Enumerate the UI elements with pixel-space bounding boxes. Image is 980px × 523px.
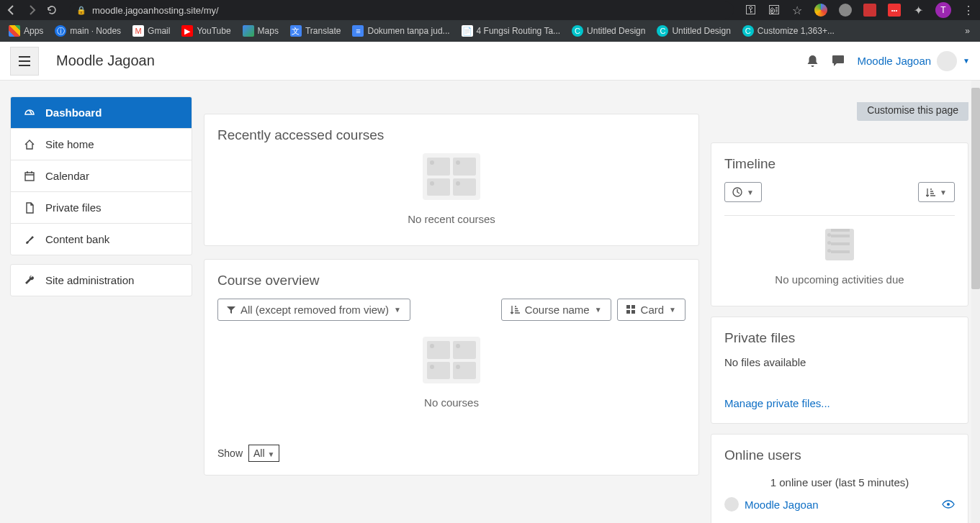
extension-icon-1[interactable] [814,4,827,17]
sort-icon [926,188,935,197]
user-avatar-icon [724,497,739,511]
app-header: Moodle Jagoan Moodle Jagoan ▼ [0,42,980,81]
view-button[interactable]: Card ▼ [617,299,685,321]
right-sidebar: Customise this page Timeline ▼ ▼ No upco… [711,102,970,523]
svg-rect-1 [626,305,630,309]
bookmark-item[interactable]: CUntitled Design [652,23,734,39]
extension-icon-2[interactable] [839,4,852,17]
user-menu[interactable]: Moodle Jagoan ▼ [858,51,970,71]
bookmark-item[interactable]: MGmail [128,23,174,39]
canva-icon: C [742,25,754,37]
caret-down-icon: ▼ [267,450,274,458]
caret-down-icon: ▼ [595,306,602,314]
empty-message: No recent courses [217,207,685,232]
bookmark-item[interactable]: ▶YouTube [177,23,235,39]
sidebar-item-home[interactable]: Site home [11,129,192,160]
bookmark-item[interactable]: 文Translate [286,23,346,39]
bookmark-label: Untitled Design [672,26,730,36]
wrench-icon [24,275,35,286]
bookmark-item[interactable]: 📄4 Fungsi Routing Ta... [457,23,565,39]
site-title: Moodle Jagoan [56,53,155,69]
bookmark-label: Untitled Design [587,26,645,36]
bookmark-item[interactable]: ≡Dokumen tanpa jud... [348,23,454,39]
scrollbar-thumb[interactable] [971,88,980,289]
online-user-link[interactable]: Moodle Jagoan [745,499,819,511]
vertical-scrollbar[interactable] [971,81,980,523]
bookmark-icon: 📄 [462,25,473,37]
sidebar-item-private-files[interactable]: Private files [11,192,192,224]
sidebar-item-calendar[interactable]: Calendar [11,160,192,192]
svg-rect-3 [626,310,630,314]
extensions-icon[interactable]: ✦ [912,4,924,16]
nav-toggle-button[interactable] [10,47,39,76]
svg-rect-0 [25,173,34,181]
translate-icon: 文 [290,25,302,37]
sidebar-item-site-admin[interactable]: Site administration [11,265,192,296]
address-bar[interactable]: 🔒 moodle.jagoanhosting.site/my/ [69,1,734,19]
empty-placeholder-icon [423,153,480,200]
bookmark-label: YouTube [197,26,230,36]
caret-down-icon: ▼ [940,188,947,196]
bookmark-label: Dokumen tanpa jud... [367,26,449,36]
bookmark-item[interactable]: CUntitled Design [567,23,649,39]
bookmark-label: Maps [258,26,279,36]
sidebar-item-label: Dashboard [45,106,102,119]
customise-page-button[interactable]: Customise this page [857,102,968,121]
manage-files-link[interactable]: Manage private files... [724,397,830,409]
notifications-icon[interactable] [806,55,819,68]
bookmarks-overflow[interactable]: » [959,26,976,36]
filter-label: All (except removed from view) [240,304,389,316]
back-button[interactable] [6,4,17,16]
eye-icon[interactable] [942,500,955,509]
extension-icon-3[interactable] [863,4,876,17]
star-icon[interactable]: ☆ [791,4,803,16]
canva-icon: C [657,25,668,37]
apps-icon [9,25,20,37]
grid-icon [626,305,636,314]
sidebar: Dashboard Site home Calendar Private fil… [10,96,192,523]
apps-bookmark[interactable]: Apps [4,23,48,39]
clock-icon [732,187,742,197]
caret-down-icon: ▼ [747,188,754,196]
translate-ext-icon[interactable]: 🗟 [768,4,780,16]
bookmark-label: 4 Fungsi Routing Ta... [477,26,561,36]
sort-label: Course name [525,304,590,316]
bookmark-item[interactable]: CCustomize 1,363+... [738,23,839,39]
caret-down-icon: ▼ [394,306,401,314]
profile-avatar[interactable]: T [935,2,951,18]
private-files-card: Private files No files available Manage … [711,317,968,424]
bookmark-item[interactable]: ⓘmain · Nodes [50,23,125,39]
timeline-filter-button[interactable]: ▼ [724,182,762,202]
svg-rect-2 [631,305,635,309]
file-icon [24,202,35,214]
sort-icon [511,305,520,314]
forward-button[interactable] [26,4,37,16]
caret-down-icon: ▼ [669,306,676,314]
card-title: Course overview [217,273,685,288]
card-title: Private files [724,330,955,346]
canva-icon: C [572,25,583,37]
sidebar-item-content-bank[interactable]: Content bank [11,224,192,255]
bookmarks-bar: Apps ⓘmain · Nodes MGmail ▶YouTube Maps … [0,20,980,42]
main-content: Recently accessed courses No recent cour… [192,81,711,523]
card-title: Recently accessed courses [217,127,685,143]
filter-all-button[interactable]: All (except removed from view) ▼ [217,299,410,321]
extension-icon-4[interactable]: ••• [888,4,901,17]
sidebar-item-dashboard[interactable]: Dashboard [11,97,192,129]
caret-down-icon: ▼ [963,57,970,65]
sort-button[interactable]: Course name ▼ [501,299,611,321]
messages-icon[interactable] [832,55,845,67]
menu-icon[interactable]: ⋮ [963,4,974,16]
bookmark-item[interactable]: Maps [238,23,283,39]
brush-icon [24,234,35,245]
filter-icon [227,306,235,314]
home-icon [24,139,35,150]
user-name: Moodle Jagoan [858,55,932,67]
key-icon[interactable]: ⚿ [745,4,757,16]
timeline-sort-button[interactable]: ▼ [918,182,955,202]
maps-icon [243,25,254,37]
show-select[interactable]: All ▼ [248,445,279,462]
sidebar-item-label: Site administration [45,274,134,286]
reload-button[interactable] [46,4,58,16]
empty-message: No courses [217,391,685,416]
